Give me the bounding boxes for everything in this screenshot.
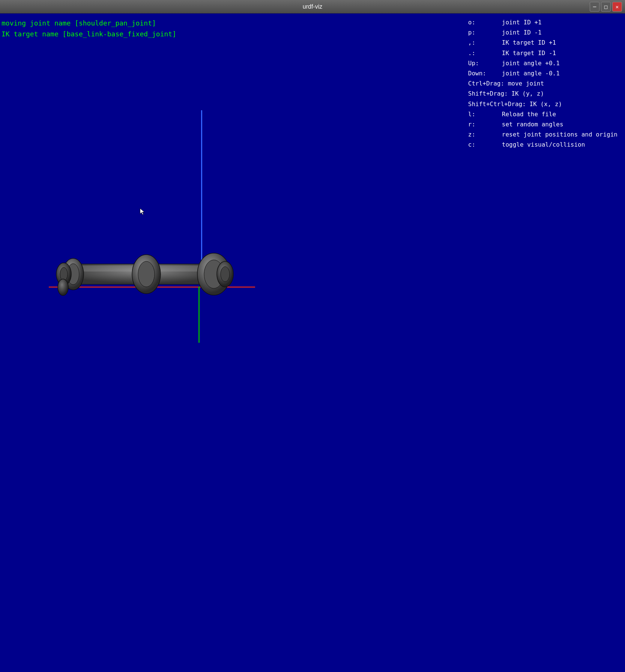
shortcut-row-4: Up: joint angle +0.1 [468,58,617,68]
shortcut-row-1: p: joint ID -1 [468,27,617,38]
shortcut-desc-2: IK target ID +1 [502,38,556,48]
shortcut-row-11: z: reset joint positions and origin [468,129,617,140]
maximize-button[interactable]: □ [601,2,611,12]
shortcut-key-0: o: [468,17,502,27]
svg-point-8 [138,261,155,287]
shortcut-row-9: l: Reload the file [468,109,617,119]
shortcut-key-11: z: [468,129,502,140]
shortcut-key-1: p: [468,27,502,38]
shortcut-row-2: ,: IK target ID +1 [468,38,617,48]
shortcut-key-5: Down: [468,68,502,78]
svg-point-12 [221,267,230,282]
minimize-button[interactable]: ─ [590,2,599,12]
close-button[interactable]: ✕ [612,2,622,12]
shortcut-row-12: c: toggle visual/collision [468,140,617,150]
shortcut-key-12: c: [468,140,502,150]
shortcut-row-10: r: set random angles [468,119,617,129]
shortcut-desc-0: joint ID +1 [502,17,542,27]
shortcut-row-8: Shift+Ctrl+Drag: IK (x, z) [468,99,617,109]
shortcut-row-7: Shift+Drag: IK (y, z) [468,88,617,99]
shortcut-desc-7: IK (y, z) [511,88,544,99]
shortcut-desc-12: toggle visual/collision [502,140,585,150]
3d-viewport[interactable]: moving joint name [shoulder_pan_joint] I… [0,14,625,672]
shortcut-key-10: r: [468,119,502,129]
shortcut-row-6: Ctrl+Drag: move joint [468,78,617,88]
robot-arm-svg [45,238,240,314]
shortcut-row-0: o: joint ID +1 [468,17,617,27]
shortcut-key-3: .: [468,48,502,58]
shortcut-key-7: Shift+Drag: [468,88,512,99]
shortcut-desc-10: set random angles [502,119,563,129]
shortcut-desc-11: reset joint positions and origin [502,129,617,140]
shortcut-desc-9: Reload the file [502,109,556,119]
shortcut-key-9: l: [468,109,502,119]
shortcuts-panel: o: joint ID +1p: joint ID -1,: IK target… [468,17,617,150]
shortcut-desc-6: move joint [508,78,544,88]
shortcut-key-4: Up: [468,58,502,68]
shortcut-row-3: .: IK target ID -1 [468,48,617,58]
shortcut-key-8: Shift+Ctrl+Drag: [468,99,530,109]
shortcut-key-2: ,: [468,38,502,48]
shortcut-desc-3: IK target ID -1 [502,48,556,58]
svg-point-6 [58,279,68,296]
shortcut-desc-4: joint angle +0.1 [502,58,560,68]
joint-info-panel: moving joint name [shoulder_pan_joint] I… [2,18,176,40]
shortcut-row-5: Down: joint angle -0.1 [468,68,617,78]
shortcut-desc-8: IK (x, z) [530,99,562,109]
moving-joint-label: moving joint name [shoulder_pan_joint] [2,18,176,29]
titlebar: urdf-viz ─ □ ✕ [0,0,625,14]
window-controls: ─ □ ✕ [590,2,622,12]
ik-target-label: IK target name [base_link-base_fixed_joi… [2,29,176,40]
shortcut-desc-1: joint ID -1 [502,27,542,38]
shortcut-key-6: Ctrl+Drag: [468,78,508,88]
window-title: urdf-viz [303,3,322,10]
mouse-cursor [139,208,146,215]
shortcut-desc-5: joint angle -0.1 [502,68,560,78]
svg-marker-13 [140,208,144,215]
